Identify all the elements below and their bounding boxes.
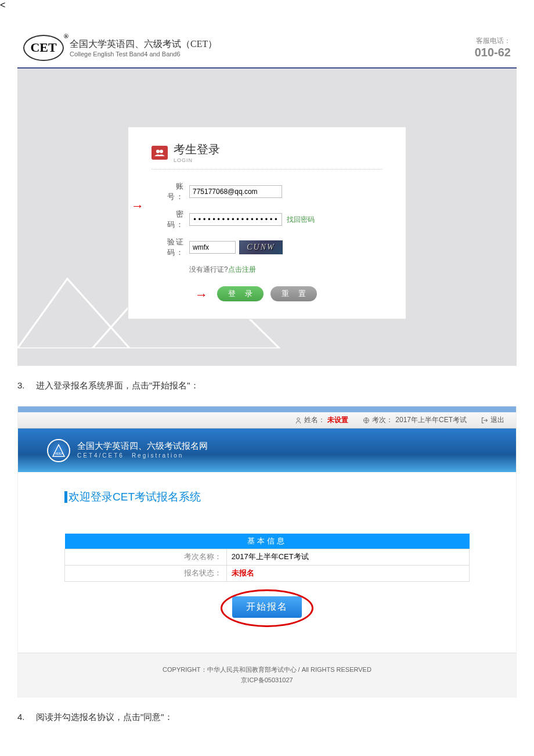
welcome-text: 欢迎登录CET考试报名系统 — [68, 489, 201, 505]
user-icon — [295, 417, 302, 424]
site-title-en: College English Test Band4 and Band6 — [70, 51, 217, 57]
phone-label: 客服电话： — [475, 36, 511, 46]
login-heading-cn: 考生登录 — [174, 142, 220, 157]
accent-bar — [64, 491, 67, 503]
start-registration-button[interactable]: 开始报名 — [232, 596, 302, 618]
step-text: 进入登录报名系统界面，点击"开始报名"： — [36, 380, 199, 391]
username-display: 姓名： 未设置 — [295, 415, 348, 425]
button-row: → 登 录 重 置 — [151, 286, 383, 301]
step-text: 阅读并勾选报名协议，点击"同意"： — [36, 712, 173, 723]
table-row: 考次名称： 2017年上半年CET考试 — [65, 549, 470, 565]
globe-icon — [363, 417, 370, 424]
status-label: 报名状态： — [65, 565, 227, 581]
session-value: 2017年上半年CET考试 — [395, 415, 467, 425]
instruction-step-3: 3. 进入登录报名系统界面，点击"开始报名"： — [17, 380, 517, 391]
svg-text:NEEA: NEEA — [54, 452, 63, 455]
cropped-fragment — [18, 406, 516, 412]
login-body: 考生登录 LOGIN → 账 号： 密 码： 找回密码 验证码： — [17, 69, 517, 343]
start-button-area: 开始报名 — [64, 596, 470, 618]
neea-logo: NEEA — [47, 439, 70, 462]
site-title-cn: 全国大学英语四、六级考试（CET） — [70, 38, 217, 51]
session-name-label: 考次名称： — [65, 549, 227, 565]
session-display: 考次： 2017年上半年CET考试 — [363, 415, 467, 425]
instruction-step-4: 4. 阅读并勾选报名协议，点击"同意"： — [17, 712, 517, 723]
captcha-image[interactable]: CUNW — [239, 240, 283, 254]
login-page-screenshot: CET 全国大学英语四、六级考试（CET） College English Te… — [17, 28, 517, 366]
password-label: 密 码： — [151, 209, 189, 230]
phone-number: 010-62 — [475, 46, 511, 59]
logout-link[interactable]: 退出 — [481, 415, 504, 425]
register-prompt: 没有通行证? — [189, 265, 228, 273]
people-icon — [151, 146, 168, 160]
svg-point-0 — [156, 149, 160, 153]
arrow-icon: → — [131, 199, 144, 214]
site-header: CET 全国大学英语四、六级考试（CET） College English Te… — [17, 28, 517, 69]
step-number: 3. — [17, 380, 29, 391]
status-value: 未报名 — [232, 568, 254, 577]
table-header: 基本信息 — [65, 534, 470, 549]
name-label: 姓名： — [304, 415, 325, 425]
login-heading-en: LOGIN — [174, 157, 220, 163]
forgot-password-link[interactable]: 找回密码 — [287, 215, 315, 225]
registration-system-screenshot: 姓名： 未设置 考次： 2017年上半年CET考试 退出 NEEA 全国大学英语… — [17, 406, 517, 697]
svg-point-1 — [160, 149, 163, 153]
logout-icon — [481, 417, 488, 424]
banner-title-en: CET4/CET6 Registration — [77, 452, 208, 460]
name-value: 未设置 — [327, 415, 348, 425]
session-name-value: 2017年上半年CET考试 — [226, 549, 469, 565]
step-number: 4. — [17, 712, 29, 723]
logout-label: 退出 — [490, 415, 504, 425]
captcha-row: 验证码： CUNW — [151, 237, 383, 258]
register-link[interactable]: 点击注册 — [228, 265, 256, 273]
banner-title-cn: 全国大学英语四、六级考试报名网 — [77, 441, 208, 452]
table-row: 报名状态： 未报名 — [65, 565, 470, 581]
reset-button[interactable]: 重 置 — [270, 286, 317, 301]
copyright-line: COPYRIGHT：中华人民共和国教育部考试中心 / All RIGHTS RE… — [18, 665, 516, 674]
password-row: 密 码： 找回密码 — [151, 209, 383, 230]
basic-info-table: 基本信息 考次名称： 2017年上半年CET考试 报名状态： 未报名 — [64, 534, 470, 582]
cet-logo-badge: CET — [23, 35, 64, 61]
customer-phone: 客服电话： 010-62 — [475, 36, 511, 59]
top-status-bar: 姓名： 未设置 考次： 2017年上半年CET考试 退出 — [18, 412, 516, 429]
svg-point-2 — [297, 417, 300, 420]
icp-line: 京ICP备05031027 — [18, 676, 516, 685]
login-heading: 考生登录 LOGIN — [151, 142, 383, 170]
register-prompt-row: 没有通行证?点击注册 — [151, 265, 383, 275]
login-box: 考生登录 LOGIN → 账 号： 密 码： 找回密码 验证码： — [128, 127, 406, 319]
page-footer: COPYRIGHT：中华人民共和国教育部考试中心 / All RIGHTS RE… — [18, 653, 516, 697]
account-label: 账 号： — [151, 181, 189, 202]
main-content: 欢迎登录CET考试报名系统 基本信息 考次名称： 2017年上半年CET考试 报… — [18, 472, 516, 653]
login-button[interactable]: 登 录 — [217, 286, 264, 301]
welcome-heading: 欢迎登录CET考试报名系统 — [64, 489, 470, 505]
captcha-input[interactable] — [189, 241, 236, 254]
password-input[interactable] — [189, 213, 282, 226]
site-banner: NEEA 全国大学英语四、六级考试报名网 CET4/CET6 Registrat… — [18, 429, 516, 472]
session-label: 考次： — [372, 415, 393, 425]
account-row: 账 号： — [151, 181, 383, 202]
logo-area: CET 全国大学英语四、六级考试（CET） College English Te… — [23, 35, 217, 61]
arrow-icon: → — [195, 287, 208, 303]
account-input[interactable] — [189, 185, 282, 198]
captcha-label: 验证码： — [151, 237, 189, 258]
